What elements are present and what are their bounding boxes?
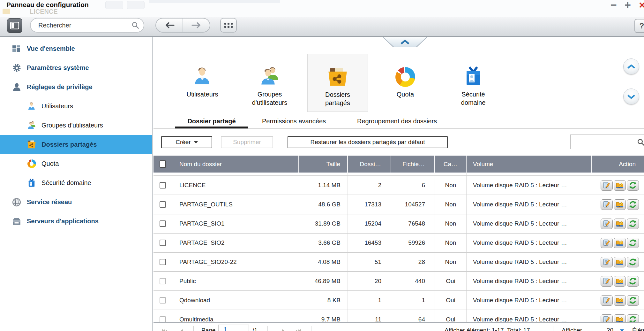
sidebar-item-quota[interactable]: Quota bbox=[0, 154, 152, 173]
cell-hidden: Oui bbox=[435, 272, 467, 290]
row-checkbox[interactable] bbox=[160, 259, 166, 265]
tab-dossier-partage[interactable]: Dossier partagé bbox=[187, 118, 236, 125]
edit-properties-button[interactable] bbox=[601, 219, 613, 229]
edit-properties-button[interactable] bbox=[601, 314, 613, 322]
refresh-button[interactable] bbox=[627, 199, 639, 210]
row-checkbox[interactable] bbox=[160, 220, 166, 227]
restore-defaults-button[interactable]: Restaurer les dossiers partagés par défa… bbox=[288, 136, 448, 148]
close-button[interactable]: × bbox=[639, 0, 644, 11]
caret-down-icon[interactable] bbox=[620, 329, 624, 331]
tab-regroupement-dossiers[interactable]: Regroupement des dossiers bbox=[357, 118, 437, 125]
refresh-button[interactable] bbox=[627, 180, 639, 191]
last-page-button[interactable] bbox=[295, 327, 302, 331]
column-header-files[interactable]: Fichie… bbox=[391, 156, 435, 173]
sidebar-item-reglages-privilege[interactable]: Réglages de privilège bbox=[0, 78, 152, 96]
edit-permissions-button[interactable] bbox=[614, 219, 626, 229]
tab-permissions-avancees[interactable]: Permissions avancées bbox=[262, 118, 326, 125]
table-body: LICENCE 1.14 MB 2 6 Non Volume disque RA… bbox=[154, 173, 644, 322]
edit-properties-button[interactable] bbox=[601, 199, 613, 210]
edit-permissions-button[interactable] bbox=[614, 180, 626, 191]
column-header-hidden[interactable]: Ca… bbox=[435, 156, 467, 173]
table-row[interactable]: PARTAGE_SIO1 31.89 GB 15204 76548 Non Vo… bbox=[154, 214, 644, 234]
edit-properties-button[interactable] bbox=[601, 238, 613, 248]
table-row[interactable]: PARTAGE_SIO2 3.66 GB 16453 59926 Non Vol… bbox=[154, 234, 644, 253]
table-row[interactable]: Qmultimedia 9.7 MB 11 64 Oui Volume disq… bbox=[154, 310, 644, 322]
cell-folder-name: PARTAGE_SIO20-22 bbox=[172, 253, 299, 271]
table-row[interactable]: LICENCE 1.14 MB 2 6 Non Volume disque RA… bbox=[154, 176, 644, 195]
scroll-up-button[interactable] bbox=[623, 58, 639, 74]
cell-size: 8 KB bbox=[299, 291, 348, 310]
sidebar-item-service-reseau[interactable]: Service réseau bbox=[0, 193, 152, 212]
table-row[interactable]: PARTAGE_OUTILS 48.6 GB 17313 104527 Non … bbox=[154, 195, 644, 214]
column-header-volume[interactable]: Volume bbox=[467, 156, 592, 173]
edit-permissions-button[interactable] bbox=[614, 199, 626, 210]
collapse-ribbon-tab[interactable] bbox=[382, 37, 428, 47]
edit-properties-button[interactable] bbox=[601, 180, 613, 191]
table-row[interactable]: PARTAGE_SIO20-22 4.08 MB 51 28 Non Volum… bbox=[154, 253, 644, 272]
refresh-button[interactable] bbox=[627, 295, 639, 306]
row-checkbox[interactable] bbox=[160, 182, 166, 189]
maximize-button[interactable]: + bbox=[625, 0, 631, 11]
category-dossiers-partages[interactable]: Dossiers partagés bbox=[307, 54, 368, 112]
cell-size: 3.66 GB bbox=[299, 234, 348, 252]
first-page-button[interactable] bbox=[161, 327, 168, 331]
minimize-button[interactable]: − bbox=[610, 0, 617, 11]
edit-permissions-button[interactable] bbox=[614, 314, 626, 322]
row-checkbox[interactable] bbox=[160, 316, 166, 322]
row-checkbox[interactable] bbox=[160, 201, 166, 208]
sidebar-item-parametres-systeme[interactable]: Paramètres système bbox=[0, 58, 152, 77]
back-button[interactable] bbox=[156, 19, 183, 32]
edit-permissions-button[interactable] bbox=[614, 257, 626, 267]
column-header-name[interactable]: Nom du dossier bbox=[172, 156, 299, 173]
table-row[interactable]: Qdownload 8 KB 1 1 Oui Volume disque RAI… bbox=[154, 291, 644, 310]
help-button[interactable]: ? bbox=[634, 19, 644, 33]
column-header-folders[interactable]: Dossi… bbox=[348, 156, 391, 173]
edit-properties-button[interactable] bbox=[601, 257, 613, 267]
page-number-input[interactable] bbox=[218, 325, 249, 331]
row-checkbox[interactable] bbox=[160, 240, 166, 246]
edit-properties-button[interactable] bbox=[601, 295, 613, 306]
window-title: Panneau de configuration bbox=[6, 1, 89, 9]
sidebar-item-securite-domaine[interactable]: Sécurité domaine bbox=[0, 173, 152, 192]
table-search-input[interactable] bbox=[573, 136, 635, 148]
category-groupes-utilisateurs[interactable]: Groupes d'utilisateurs bbox=[239, 54, 300, 112]
edit-properties-button[interactable] bbox=[601, 276, 613, 287]
previous-page-button[interactable] bbox=[178, 327, 185, 331]
category-quota[interactable]: Quota bbox=[375, 54, 436, 112]
category-utilisateurs[interactable]: Utilisateurs bbox=[172, 54, 233, 112]
next-page-button[interactable] bbox=[280, 327, 287, 331]
edit-permissions-button[interactable] bbox=[614, 238, 626, 248]
refresh-button[interactable] bbox=[627, 238, 639, 248]
sidebar-toggle-button[interactable] bbox=[7, 18, 22, 33]
page-size-dropdown[interactable]: 20 bbox=[607, 327, 613, 331]
category-securite-domaine[interactable]: Sécurité domaine bbox=[443, 54, 504, 112]
select-all-checkbox[interactable] bbox=[160, 160, 166, 168]
create-button[interactable]: Créer bbox=[161, 136, 212, 148]
sidebar-item-serveurs-applications[interactable]: Serveurs d'applications bbox=[0, 212, 152, 231]
forward-button[interactable] bbox=[183, 19, 210, 32]
search-input[interactable] bbox=[38, 21, 131, 29]
refresh-button[interactable] bbox=[627, 276, 639, 287]
row-checkbox[interactable] bbox=[160, 278, 166, 284]
table-row[interactable]: Public 46.89 MB 20 440 Oui Volume disque… bbox=[154, 272, 644, 291]
column-header-action[interactable]: Action bbox=[592, 156, 644, 173]
refresh-button[interactable] bbox=[627, 314, 639, 322]
refresh-icon bbox=[629, 220, 637, 227]
sidebar-item-groupes-utilisateurs[interactable]: Groupes d'utilisateurs bbox=[0, 116, 152, 135]
sidebar-item-dossiers-partages[interactable]: Dossiers partagés bbox=[0, 135, 152, 154]
cell-hidden: Non bbox=[435, 195, 467, 214]
sidebar-item-utilisateurs[interactable]: Utilisateurs bbox=[0, 97, 152, 116]
edit-permissions-button[interactable] bbox=[614, 276, 626, 287]
cell-hidden: Oui bbox=[435, 310, 467, 322]
app-grid-button[interactable] bbox=[220, 18, 237, 33]
refresh-icon bbox=[629, 277, 637, 285]
refresh-button[interactable] bbox=[627, 219, 639, 229]
sidebar-item-vue-densemble[interactable]: Vue d'ensemble bbox=[0, 39, 152, 58]
column-header-size[interactable]: Taille bbox=[299, 156, 348, 173]
row-checkbox[interactable] bbox=[160, 297, 166, 304]
delete-button[interactable]: Supprimer bbox=[221, 136, 273, 148]
chevron-up-icon bbox=[627, 64, 635, 69]
refresh-button[interactable] bbox=[627, 257, 639, 267]
scroll-down-button[interactable] bbox=[623, 89, 639, 104]
edit-permissions-button[interactable] bbox=[614, 295, 626, 306]
